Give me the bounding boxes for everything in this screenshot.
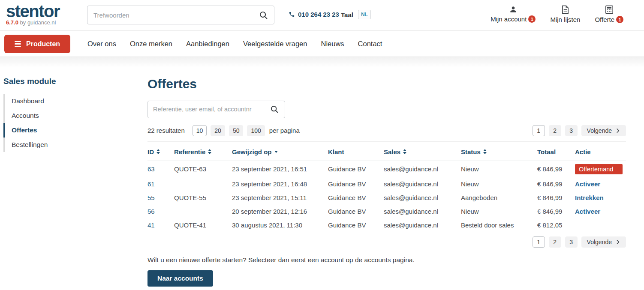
offerte-id-link[interactable]: 41 [147,221,155,229]
cell-klant: Guidance BV [328,161,384,177]
sidebar-item-accounts[interactable]: Accounts [5,108,147,123]
phone-link[interactable]: 010 264 23 23 [289,11,339,18]
column-header-referentie[interactable]: Referentie [174,141,232,161]
logo-subline: 6.7.0 by guidance.nl [6,19,60,26]
sort-icon [403,149,406,154]
cell-gewijzigd-op: 23 september 2021, 15:11 [232,191,328,205]
cell-klant: Guidance BV [328,205,384,218]
list-document-icon [561,5,569,14]
page-2-top[interactable]: 2 [549,125,561,136]
language-switcher: Taal NL [341,10,371,19]
column-header-id[interactable]: ID [147,141,174,161]
page-size-100[interactable]: 100 [247,125,265,136]
cell-sales: sales@guidance.nl [384,218,461,232]
table-row: 63QUOTE-6323 september 2021, 16:51Guidan… [147,161,626,177]
naar-accounts-button[interactable]: Naar accounts [147,270,213,287]
logo-version: 6.7.0 [6,19,18,26]
nav-link-nieuws[interactable]: Nieuws [321,40,344,48]
logo[interactable]: stentor 6.7.0 by guidance.nl [6,2,60,26]
cell-actie: Intrekken [575,191,626,205]
cell-gewijzigd-op: 23 september 2021, 16:51 [232,161,328,177]
page-1-top[interactable]: 1 [533,125,545,136]
products-menu-button[interactable]: Producten [4,35,70,53]
cell-status: Besteld door sales [461,218,537,232]
cell-status: Nieuw [461,161,537,177]
nav-link-veelgestelde-vragen[interactable]: Veelgestelde vragen [243,40,307,48]
column-label: Totaal [537,148,556,155]
page-size-20[interactable]: 20 [211,125,225,136]
cell-referentie [174,205,232,218]
bottom-bar: 123Volgende [147,236,626,248]
my-account-button[interactable]: Mijn account 1 [491,5,536,23]
cell-actie: Activeer [575,177,626,191]
main-nav: Producten Over onsOnze merkenAanbiedinge… [0,31,644,57]
table-row: 6123 september 2021, 16:48Guidance BVsal… [147,177,626,191]
nav-link-over-ons[interactable]: Over ons [87,40,116,48]
table-row: 41QUOTE-4130 augustus 2021, 11:30Guidanc… [147,218,626,232]
column-header-gewijzigd-op[interactable]: Gewijzigd op [232,141,328,161]
my-lists-button[interactable]: Mijn lijsten [550,5,580,23]
cell-totaal: € 812,05 [537,218,575,232]
action-link-activeer[interactable]: Activeer [575,208,600,215]
cell-sales: sales@guidance.nl [384,191,461,205]
offerte-id-link[interactable]: 63 [147,165,155,173]
cell-gewijzigd-op: 23 september 2021, 16:48 [232,177,328,191]
my-account-label: Mijn account [491,15,527,23]
quote-cart-button[interactable]: Offerte 1 [595,5,623,23]
page-3-top[interactable]: 3 [565,125,578,136]
offerte-id-link[interactable]: 56 [147,208,155,215]
logo-text: stentor [6,2,60,21]
action-link-intrekken[interactable]: Intrekken [575,194,604,201]
page-size-10[interactable]: 10 [193,125,207,136]
offertes-search-input[interactable] [148,106,268,113]
cell-status: Nieuw [461,177,537,191]
page-3-bottom[interactable]: 3 [565,236,578,248]
sort-icon [208,149,211,154]
offerte-id-link[interactable]: 61 [147,180,155,188]
sidebar-item-bestellingen[interactable]: Bestellingen [5,138,147,152]
column-header-sales[interactable]: Sales [384,141,461,161]
nav-link-contact[interactable]: Contact [358,40,382,48]
cell-klant: Guidance BV [328,218,384,232]
action-link-activeer[interactable]: Activeer [575,180,600,188]
new-offerte-hint: Wilt u een nieuwe offerte starten? Selec… [147,256,626,264]
sort-icon [156,149,160,154]
chevron-right-icon [615,239,620,245]
page-1-bottom[interactable]: 1 [533,236,545,248]
cell-status: Nieuw [461,205,537,218]
language-selector[interactable]: NL [358,10,371,19]
cell-sales: sales@guidance.nl [384,161,461,177]
search-icon[interactable] [256,11,274,20]
next-page-label: Volgende [587,239,612,245]
phone-number: 010 264 23 23 [298,11,339,18]
column-header-klant: Klant [328,141,384,161]
site-header: stentor 6.7.0 by guidance.nl 010 264 23 … [0,0,644,31]
page-2-bottom[interactable]: 2 [549,236,561,248]
nav-link-onze-merken[interactable]: Onze merken [130,40,172,48]
calculator-icon [605,5,614,14]
cell-sales: sales@guidance.nl [384,177,461,191]
keyword-search-input[interactable] [87,12,256,19]
nav-fade-divider [0,57,644,67]
offertemand-button[interactable]: Offertemand [575,164,623,174]
cell-id: 41 [147,218,174,232]
sidebar-item-offertes[interactable]: Offertes [5,123,147,138]
column-header-status[interactable]: Status [461,141,537,161]
next-page-button-bottom[interactable]: Volgende [581,236,626,248]
offerte-id-link[interactable]: 55 [147,194,155,201]
column-label: Actie [575,148,591,155]
chevron-right-icon [615,128,620,133]
next-page-button-top[interactable]: Volgende [581,125,626,136]
user-icon [509,5,518,14]
sidebar-item-dashboard[interactable]: Dashboard [5,94,147,108]
cell-totaal: € 846,99 [537,161,575,177]
offertes-search-icon[interactable] [268,105,285,114]
column-label: ID [147,148,154,155]
quote-label: Offerte [595,16,614,23]
page-title: Offertes [147,77,626,92]
cell-actie: Activeer [575,205,626,218]
sort-icon [483,149,487,154]
next-page-label: Volgende [587,127,612,134]
nav-link-aanbiedingen[interactable]: Aanbiedingen [186,40,229,48]
page-size-50[interactable]: 50 [229,125,244,136]
